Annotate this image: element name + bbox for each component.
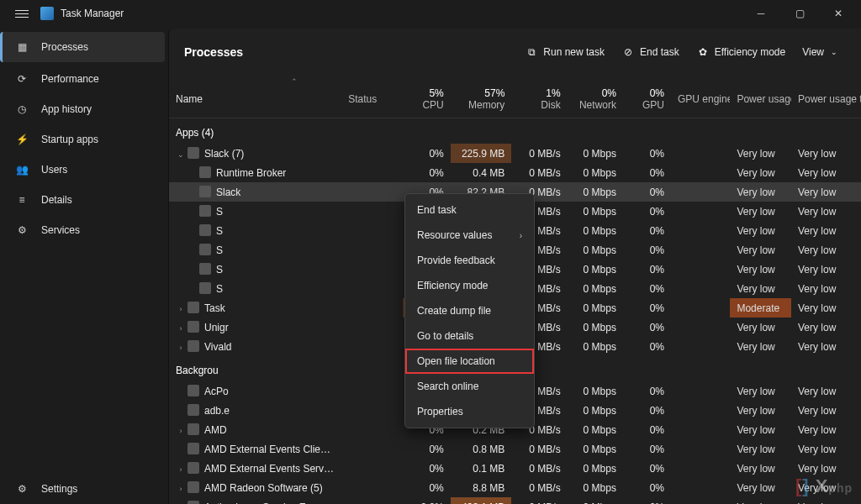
context-menu-item[interactable]: Resource values› <box>405 223 534 248</box>
process-name: Slack <box>216 186 240 198</box>
context-menu-item[interactable]: Create dump file <box>405 298 534 323</box>
col-status[interactable]: Status <box>341 76 403 118</box>
process-icon <box>188 302 199 313</box>
sidebar-item-label: Startup apps <box>41 134 98 145</box>
sidebar-item-label: App history <box>41 103 92 115</box>
startup-icon: ⚡ <box>14 132 29 147</box>
processes-icon: ▦ <box>14 39 29 55</box>
sidebar-item-processes[interactable]: ▦ Processes <box>0 32 165 62</box>
expand-icon[interactable]: › <box>176 344 186 352</box>
menu-icon[interactable] <box>13 5 30 22</box>
process-name: Unigr <box>204 322 229 333</box>
context-menu-item[interactable]: Properties <box>405 399 534 424</box>
process-name: Runtime Broker <box>216 167 286 179</box>
sidebar-item-label: Performance <box>41 73 99 85</box>
group-apps[interactable]: Apps (4) <box>169 118 861 144</box>
expand-icon[interactable]: › <box>176 305 186 313</box>
process-name: adb.e <box>204 405 230 417</box>
sidebar-item-label: Processes <box>41 41 88 53</box>
minimize-button[interactable]: ─ <box>742 0 780 27</box>
col-gpu[interactable]: 0%GPU <box>623 76 671 118</box>
context-menu-item[interactable]: Open file location <box>405 349 534 374</box>
sidebar-item-startup-apps[interactable]: ⚡ Startup apps <box>0 124 168 155</box>
view-button[interactable]: View ⌄ <box>794 41 846 63</box>
process-icon <box>188 385 199 396</box>
process-icon <box>188 501 199 504</box>
col-network[interactable]: 0%Network <box>568 76 623 118</box>
process-icon <box>199 263 211 275</box>
app-title: Task Manager <box>61 8 124 19</box>
watermark: [] Xphp <box>795 475 853 497</box>
maximize-button[interactable]: ▢ <box>780 0 819 27</box>
end-task-button[interactable]: ⊘ End task <box>613 40 688 64</box>
process-name: AMD External Events Client Mod... <box>204 444 341 455</box>
window-controls: ─ ▢ ✕ <box>742 0 858 27</box>
col-cpu[interactable]: 5%CPU <box>403 76 451 118</box>
sidebar-item-app-history[interactable]: ◷ App history <box>0 94 168 124</box>
details-icon: ≡ <box>14 192 29 207</box>
process-icon <box>188 462 199 474</box>
context-menu-item[interactable]: Go to details <box>405 323 534 349</box>
col-memory[interactable]: 57%Memory <box>451 76 512 118</box>
col-power-usage[interactable]: Power usage <box>730 76 791 118</box>
gear-icon: ⚙ <box>14 481 29 496</box>
run-task-icon: ⧉ <box>525 45 538 59</box>
process-name: Task <box>204 302 225 314</box>
leaf-icon: ✿ <box>696 45 710 59</box>
sidebar-item-users[interactable]: 👥 Users <box>0 155 168 185</box>
end-task-icon: ⊘ <box>621 45 635 59</box>
sidebar-item-label: Settings <box>41 483 77 495</box>
process-name: S <box>216 244 223 256</box>
expand-icon[interactable]: ⌄ <box>176 150 186 159</box>
expand-icon[interactable]: › <box>176 427 186 435</box>
process-name: AcPo <box>204 386 229 397</box>
context-menu-item[interactable]: Search online <box>405 374 534 399</box>
history-icon: ◷ <box>14 102 29 117</box>
context-menu-item[interactable]: Efficiency mode <box>405 273 534 298</box>
titlebar: Task Manager ─ ▢ ✕ <box>0 0 861 27</box>
process-icon <box>188 404 199 416</box>
col-name[interactable]: ⌃ Name <box>169 76 341 118</box>
efficiency-mode-button[interactable]: ✿ Efficiency mode <box>688 40 795 64</box>
sidebar-item-settings[interactable]: ⚙ Settings <box>0 474 168 504</box>
process-name: S <box>216 283 223 295</box>
process-name: S <box>216 225 223 237</box>
users-icon: 👥 <box>14 162 29 177</box>
page-title: Processes <box>184 45 243 59</box>
sidebar-item-label: Users <box>41 164 67 176</box>
sidebar-item-label: Services <box>41 224 80 236</box>
process-icon <box>188 321 199 333</box>
sort-indicator-icon: ⌃ <box>291 77 298 86</box>
app-icon <box>40 7 54 20</box>
table-row[interactable]: AMD External Events Client Mod...0%0.8 M… <box>169 439 861 459</box>
context-menu-item[interactable]: End task <box>405 197 534 223</box>
chevron-right-icon: › <box>520 231 522 240</box>
col-disk[interactable]: 1%Disk <box>511 76 567 118</box>
sidebar-item-performance[interactable]: ⟳ Performance <box>0 64 168 94</box>
table-row[interactable]: ⌄Slack (7)0%225.9 MB0 MB/s0 Mbps0%Very l… <box>169 144 861 163</box>
process-name: Vivald <box>204 341 231 353</box>
process-name: S <box>216 264 223 276</box>
sidebar-item-details[interactable]: ≡ Details <box>0 185 168 215</box>
sidebar-item-services[interactable]: ⚙ Services <box>0 215 168 245</box>
process-icon <box>188 443 199 454</box>
expand-icon[interactable]: › <box>176 324 186 333</box>
process-icon <box>188 423 199 435</box>
process-icon <box>188 147 199 159</box>
expand-icon[interactable]: › <box>176 465 186 474</box>
expand-icon[interactable]: › <box>176 485 186 493</box>
table-row[interactable]: ›AMD External Events Service Mo...0%0.1 … <box>169 459 861 478</box>
process-name: AMD External Events Service Mo... <box>204 463 341 475</box>
close-button[interactable]: ✕ <box>819 0 858 27</box>
run-new-task-button[interactable]: ⧉ Run new task <box>516 40 613 64</box>
process-icon <box>199 205 211 217</box>
col-power-usage-trend[interactable]: Power usage t <box>791 76 861 118</box>
table-row[interactable]: Runtime Broker0%0.4 MB0 MB/s0 Mbps0%Very… <box>169 163 861 182</box>
toolbar: Processes ⧉ Run new task ⊘ End task ✿ Ef… <box>169 29 861 76</box>
context-menu-item[interactable]: Provide feedback <box>405 248 534 273</box>
table-row[interactable]: ›AMD Radeon Software (5)0%8.8 MB0 MB/s0 … <box>169 478 861 497</box>
table-row[interactable]: ›Antimalware Service Executable0.2%498.1… <box>169 497 861 504</box>
performance-icon: ⟳ <box>14 71 29 87</box>
process-icon <box>199 244 211 255</box>
col-gpu-engine[interactable]: GPU engine <box>671 76 730 118</box>
